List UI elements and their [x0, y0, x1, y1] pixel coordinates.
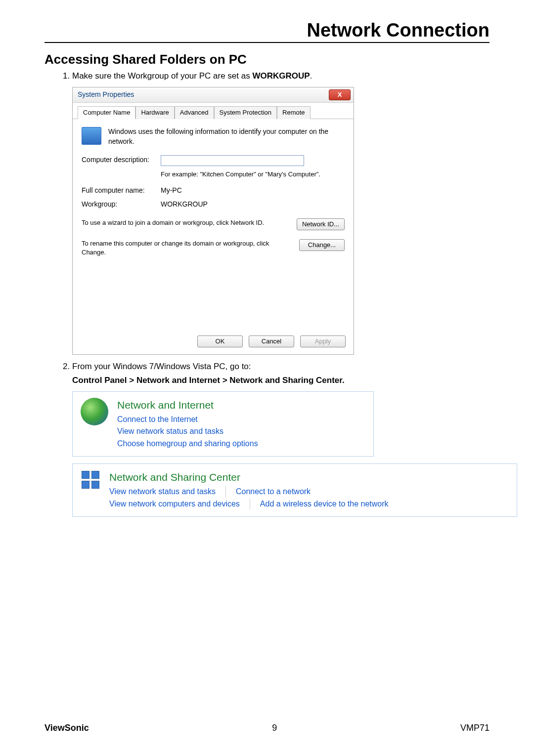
full-computer-name-value: My-PC	[161, 186, 182, 196]
step-1: Make sure the Workgroup of your PC are s…	[72, 70, 490, 355]
view-status-tasks-link[interactable]: View network status and tasks	[109, 486, 226, 497]
dialog-body: Windows uses the following information t…	[73, 119, 354, 266]
step2-text: From your Windows 7/Windows Vista PC, go…	[72, 362, 251, 371]
tab-system-protection[interactable]: System Protection	[214, 106, 277, 119]
chapter-title: Network Connection	[44, 20, 490, 43]
close-button[interactable]: X	[329, 89, 351, 100]
workgroup-label: Workgroup:	[82, 200, 161, 210]
footer-model: VMP71	[460, 723, 490, 733]
network-and-internet-heading[interactable]: Network and Internet	[117, 398, 258, 412]
network-sharing-heading[interactable]: Network and Sharing Center	[109, 470, 509, 484]
footer-brand: ViewSonic	[44, 723, 89, 733]
steps-list: Make sure the Workgroup of your PC are s…	[72, 70, 490, 517]
dialog-tabs: Computer Name Hardware Advanced System P…	[73, 103, 354, 119]
computer-description-hint: For example: "Kitchen Computer" or "Mary…	[161, 170, 345, 179]
step1-bold: WORKGROUP	[252, 71, 310, 81]
footer-page-number: 9	[272, 723, 277, 733]
navigation-path-suffix: .	[342, 376, 345, 385]
choose-homegroup-link[interactable]: Choose homegroup and sharing options	[117, 438, 258, 449]
change-button[interactable]: Change...	[299, 239, 345, 251]
dialog-title: System Properties	[78, 90, 134, 100]
tab-computer-name[interactable]: Computer Name	[78, 106, 135, 119]
dialog-intro-text: Windows uses the following information t…	[108, 127, 345, 146]
computer-icon	[82, 127, 101, 145]
computer-description-input[interactable]	[161, 155, 304, 166]
tab-advanced[interactable]: Advanced	[175, 106, 214, 119]
change-text: To rename this computer or change its do…	[82, 239, 289, 257]
ok-button[interactable]: OK	[197, 336, 243, 347]
workgroup-value: WORKGROUP	[161, 200, 208, 210]
network-id-text: To use a wizard to join a domain or work…	[82, 218, 287, 227]
apply-button[interactable]: Apply	[300, 336, 346, 347]
network-and-internet-panel: Network and Internet Connect to the Inte…	[72, 391, 374, 457]
step1-suffix: .	[310, 71, 312, 81]
full-computer-name-label: Full computer name:	[82, 186, 161, 196]
cancel-button[interactable]: Cancel	[249, 336, 294, 347]
page-footer: ViewSonic 9 VMP71	[44, 723, 490, 733]
connect-to-network-link[interactable]: Connect to a network	[236, 486, 311, 497]
view-network-computers-link[interactable]: View network computers and devices	[109, 499, 250, 509]
tab-hardware[interactable]: Hardware	[135, 106, 174, 119]
network-id-button[interactable]: Network ID...	[297, 218, 345, 230]
dialog-button-row: OK Cancel Apply	[73, 330, 354, 354]
globe-network-icon	[81, 398, 108, 425]
section-title: Accessing Shared Folders on PC	[44, 52, 490, 67]
dialog-titlebar: System Properties X	[73, 87, 354, 103]
computer-description-label: Computer description:	[82, 155, 161, 165]
network-sharing-icon	[81, 470, 100, 490]
add-wireless-device-link[interactable]: Add a wireless device to the network	[260, 499, 389, 509]
tab-remote[interactable]: Remote	[277, 106, 311, 119]
connect-to-internet-link[interactable]: Connect to the Internet	[117, 414, 258, 425]
navigation-path: Control Panel > Network and Internet > N…	[72, 376, 342, 385]
view-network-status-link[interactable]: View network status and tasks	[117, 426, 258, 437]
step-2: From your Windows 7/Windows Vista PC, go…	[72, 361, 490, 517]
network-sharing-center-panel: Network and Sharing Center View network …	[72, 463, 517, 517]
system-properties-dialog: System Properties X Computer Name Hardwa…	[72, 87, 354, 355]
step1-prefix: Make sure the Workgroup of your PC are s…	[72, 71, 252, 81]
